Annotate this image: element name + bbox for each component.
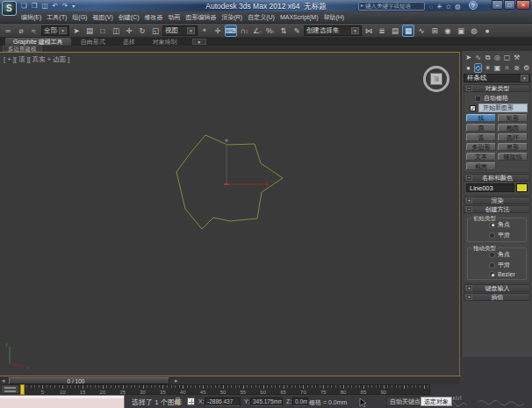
auto-key-button[interactable]: 自动关键点 [386,397,424,406]
collapse-icon[interactable]: − [466,206,472,212]
menu-item-2[interactable]: 组(G) [72,13,87,22]
viewcube[interactable]: 顶 [422,65,450,93]
time-slider-next-icon[interactable]: ▸ [175,377,178,384]
rollout-keyboard-entry[interactable]: + 键盘输入 [464,284,530,292]
search-dropdown-icon[interactable]: ▸ [361,3,363,10]
menu-item-10[interactable]: MAXScript(M) [280,14,319,20]
menu-item-3[interactable]: 视图(V) [92,13,112,22]
start-new-shape-checkbox[interactable]: ✓ [470,105,476,111]
angle-snap-toggle-icon[interactable]: ∠n [251,25,263,37]
button-star[interactable]: 星形 [498,143,528,151]
absolute-mode-icon[interactable] [187,397,195,405]
menu-item-5[interactable]: 修改器 [144,13,162,22]
ribbon-tab-1[interactable]: 自由形式 [73,38,113,46]
maxscript-mini-listener[interactable] [0,395,125,408]
rectangular-selection-region-icon[interactable]: □ [97,25,109,37]
select-and-move-icon[interactable]: ✛ [123,25,135,37]
help-button[interactable]: ? [469,1,478,10]
track-bar-ruler[interactable]: 51015202530354045505560657075808590 [20,384,430,395]
object-color-swatch[interactable] [516,183,528,192]
search-icon[interactable]: ◌ [429,3,433,11]
unlink-selection-icon[interactable]: ⌀ [15,25,27,37]
expand-icon[interactable]: + [466,197,472,204]
radio-drag-corner[interactable] [489,252,495,258]
menu-item-11[interactable]: 帮助(H) [323,13,344,22]
ribbon-display-dropdown[interactable]: ▼ [192,39,206,45]
button-text[interactable]: 文本 [466,153,496,161]
z-coordinate-field[interactable]: 0.0mm [292,397,308,406]
button-arc[interactable]: 弧 [466,133,496,141]
motion-tab-icon[interactable]: ◎ [493,54,501,61]
reference-coordinate-dropdown[interactable]: 视图▼ [162,25,198,36]
start-new-shape-button[interactable]: 开始新图形 [478,104,528,112]
button-line[interactable]: 线 [466,114,496,122]
track-bar[interactable]: 51015202530354045505560657075808590 [0,384,430,395]
mini-curve-editor-button[interactable] [1,384,19,394]
menu-item-1[interactable]: 工具(T) [47,13,67,22]
create-tab-icon[interactable]: ➤ [464,54,472,61]
object-name-input[interactable]: Line003 [466,183,514,192]
ribbon-tab-2[interactable]: 选择 [115,38,143,46]
dropdown-arrow-icon[interactable]: ▼ [59,27,67,34]
select-and-rotate-icon[interactable]: ↻ [136,25,148,37]
dropdown-arrow-icon[interactable]: ▼ [521,75,528,82]
close-button[interactable]: ✕ [516,0,530,10]
menu-item-6[interactable]: 动画 [168,13,180,22]
select-object-icon[interactable]: ➤ [70,25,83,37]
radio-initial-corner[interactable] [489,222,495,228]
select-and-scale-icon[interactable]: ◱ [149,25,162,37]
viewport-top[interactable]: [ + ][ 顶 ][ 真实 + 边面 ] 顶 y x [0,52,460,376]
button-ellipse[interactable]: 椭圆 [498,124,528,132]
button-ngon[interactable]: 多边形 [466,143,496,151]
schematic-view-icon[interactable]: ⊞ [428,25,441,37]
menu-item-0[interactable]: 编辑(E) [21,13,41,22]
menu-item-9[interactable]: 自定义(U) [248,13,275,22]
button-circle[interactable]: 圆 [466,124,496,132]
application-menu-button[interactable]: S [2,1,17,16]
ribbon-tab-0[interactable]: Graphite 建模工具 [5,38,71,46]
selection-lock-icon[interactable] [175,400,180,404]
display-tab-icon[interactable]: ▢ [503,54,511,61]
spline-category-dropdown[interactable]: 样条线▼ [464,74,530,82]
radio-drag-bezier[interactable] [489,271,495,277]
expand-icon[interactable]: + [466,285,472,291]
button-rectangle[interactable]: 矩形 [498,114,528,122]
cameras-icon[interactable]: ▣ [493,64,501,72]
graphite-modeling-toggle-icon[interactable]: ▦ [402,25,414,37]
time-slider-prev-icon[interactable]: ◂ [2,377,5,384]
menu-item-7[interactable]: 图形编辑器 [185,13,216,22]
modify-tab-icon[interactable]: ∿ [474,54,482,61]
radio-drag-smooth[interactable] [489,262,495,268]
use-center-flyout-icon[interactable]: ⌖ [198,25,211,37]
menu-item-4[interactable]: 创建(C) [119,13,140,22]
geometry-icon[interactable]: ● [464,64,472,72]
edit-named-selection-sets-icon[interactable]: ✎ [291,25,303,37]
bind-to-space-warp-icon[interactable]: ≈.. [28,25,40,37]
subscription-icon[interactable]: ✳ [436,3,442,11]
time-slider-track[interactable]: ◂ 0 / 100 ▸ [0,376,460,384]
dropdown-arrow-icon[interactable]: ▼ [351,27,359,34]
expand-icon[interactable]: + [466,294,472,300]
maximize-button[interactable]: □ [504,0,515,10]
x-coordinate-field[interactable]: -2886.437 [205,397,241,406]
selection-filter-dropdown[interactable]: 全部▼ [41,25,69,36]
snaps-toggle-icon[interactable]: ∩3 [238,25,250,37]
render-production-icon[interactable]: ● [481,25,493,37]
collapse-icon[interactable]: − [466,175,472,181]
space-warps-icon[interactable]: ≋ [513,64,521,72]
rollout-name-color[interactable]: − 名称和颜色 [464,174,530,182]
percent-snap-toggle-icon[interactable]: %n [264,25,277,37]
button-section[interactable]: 截面 [466,162,496,170]
communication-icon[interactable]: ◍ [455,3,461,11]
radio-initial-smooth[interactable] [489,233,495,239]
dropdown-arrow-icon[interactable]: ▼ [187,27,195,34]
button-helix[interactable]: 螺旋线 [498,153,528,161]
y-coordinate-field[interactable]: 345.175mm [250,397,283,406]
utilities-tab-icon[interactable]: ⚒ [513,54,521,61]
rollout-object-type[interactable]: − 对象类型 [464,84,530,92]
rollout-interpolation[interactable]: + 插值 [464,293,530,301]
favorites-icon[interactable]: ✩ [446,3,451,11]
window-crossing-toggle-icon[interactable]: ◫ [110,25,122,37]
menu-item-8[interactable]: 渲染(R) [221,13,242,22]
rollout-creation-method[interactable]: − 创建方法 [464,205,530,213]
